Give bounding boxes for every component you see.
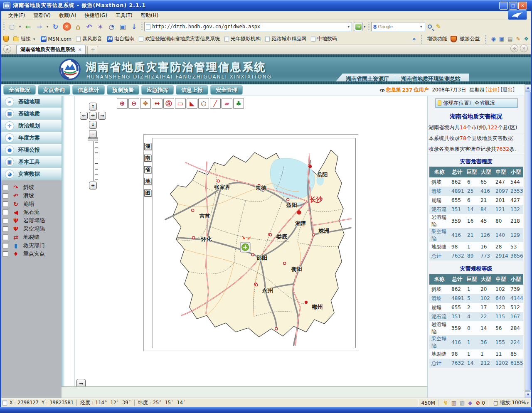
checkbox-karst-collapse[interactable] <box>2 218 8 224</box>
city-dot-yiyang[interactable] <box>287 198 289 201</box>
city-dot-hengyang[interactable] <box>283 262 286 265</box>
full-extent-tool-button[interactable]: Ⓢ <box>163 98 174 109</box>
pan-down-button[interactable]: ↓ <box>89 121 97 129</box>
tab-emergency-command[interactable]: 应急指挥 <box>141 85 174 95</box>
menu-item-5[interactable]: 帮助(H) <box>137 11 163 20</box>
filter-wand-button[interactable]: ✶ <box>95 21 106 32</box>
link-item-4[interactable]: 光年摄影机构 <box>224 35 261 42</box>
resize-icon[interactable]: ▢ <box>493 400 498 406</box>
tab-settings-wrench-icon[interactable]: ✛ <box>510 44 518 52</box>
checkbox-rescue-dept[interactable] <box>2 243 8 248</box>
zoom-out-step-button[interactable]: − <box>89 130 97 138</box>
city-dot-huaihua[interactable] <box>192 236 195 239</box>
minimize-button[interactable]: _ <box>499 2 508 10</box>
link-item-3[interactable]: 欢迎登陆湖南省地质灾害信息系统 <box>139 35 220 42</box>
city-dot-shaoyang[interactable] <box>251 253 254 256</box>
checkbox-landslide[interactable] <box>2 193 8 199</box>
scroll-up-icon[interactable]: ▲ <box>525 84 531 91</box>
refresh-button[interactable]: ↻ <box>50 21 61 32</box>
zoom-in-step-button[interactable]: + <box>89 182 97 189</box>
city-dot-zhangjiajie[interactable] <box>217 180 219 182</box>
close-button[interactable]: ✕ <box>518 2 527 10</box>
security-shield-icon[interactable] <box>3 36 9 42</box>
city-dot-changsha[interactable] <box>297 211 301 214</box>
zoom-level[interactable]: 缩放:100% <box>500 399 526 406</box>
window-icon[interactable]: ▣ <box>499 36 504 42</box>
forward-button[interactable]: → <box>34 21 45 32</box>
favorites-star-icon[interactable]: ★ <box>3 45 11 53</box>
layer-item-landslide[interactable]: ↶滑坡 <box>0 192 62 200</box>
layer-item-rescue-dept[interactable]: ▮救灾部门 <box>0 241 62 250</box>
toolbar-grip[interactable] <box>485 34 487 44</box>
layer-tree-tool-button[interactable]: ♣ <box>233 98 244 109</box>
new-tab-button[interactable]: + <box>87 46 98 54</box>
highlight-icon[interactable]: ✎ <box>436 23 441 30</box>
plugin-button[interactable]: 增强功能 <box>427 35 447 42</box>
link-item-5[interactable]: 觅路城市精品网 <box>265 35 306 42</box>
rect-select-tool-button[interactable]: ▭ <box>175 98 186 109</box>
printer-icon[interactable]: ▥ <box>451 400 456 406</box>
toolbar-grip[interactable] <box>3 22 5 31</box>
new-window-icon[interactable]: ▨ <box>460 400 465 406</box>
org-link-land-resources[interactable]: 湖南省国土资源厅 <box>346 75 389 83</box>
link-item-6[interactable]: 中地数码 <box>311 35 337 42</box>
layer-item-slope[interactable]: ↷斜坡 <box>0 183 62 192</box>
tab-bar-close-icon[interactable]: ✕ <box>520 44 528 52</box>
search-icon[interactable] <box>428 25 432 29</box>
sidebar-item-basic-geology[interactable]: ▦基础地质 <box>0 108 62 120</box>
skin-icon[interactable]: ❖ <box>524 36 529 42</box>
menu-item-3[interactable]: 快捷组(G) <box>80 11 111 20</box>
pan-up-button[interactable]: ↑ <box>89 103 97 111</box>
toolbar-grip[interactable] <box>421 34 423 44</box>
link-item-2[interactable]: M电台指南 <box>107 35 134 42</box>
pan-tool-button[interactable]: ✥ <box>140 98 151 109</box>
address-dropdown-icon[interactable]: ▾ <box>347 25 350 29</box>
layer-item-key-sites[interactable]: ♦重点灾点 <box>0 250 62 258</box>
tab-province-overview[interactable]: 全省概况 <box>3 85 36 95</box>
locate-tool-button[interactable] <box>240 242 250 252</box>
city-dot-yueyang[interactable] <box>309 165 311 168</box>
zoom-in-tool-button[interactable]: ⊕ <box>117 98 128 109</box>
tab-info-stats[interactable]: 信息统计 <box>72 85 105 95</box>
pan-right-button[interactable]: → <box>98 112 106 120</box>
city-dot-jishou[interactable] <box>192 209 194 211</box>
sidebar-item-prevention-plan[interactable]: ✛防治规划 <box>0 120 62 132</box>
menu-item-0[interactable]: 文件(F) <box>4 11 29 20</box>
tab-site-query[interactable]: 灾点查询 <box>38 85 70 95</box>
menu-item-4[interactable]: 工具(T) <box>111 11 137 20</box>
brush-icon[interactable]: ✎ <box>516 36 520 42</box>
zoom-dropdown-icon[interactable]: ▾ <box>526 401 530 405</box>
layer-item-debris-flow[interactable]: ◀泥石流 <box>0 208 62 216</box>
checkbox-collapse[interactable] <box>2 201 8 207</box>
link-item-0[interactable]: MMSN.com <box>41 36 71 42</box>
layer-item-ground-fissure[interactable]: ⇄地裂缝 <box>0 233 62 241</box>
download-button[interactable]: ↓ <box>128 21 140 32</box>
link-item-1[interactable]: 暴风影音 <box>76 35 102 42</box>
pan-center-button[interactable]: ✛ <box>89 112 97 120</box>
sidebar-item-annual-plan[interactable]: ◆年度方案 <box>0 132 62 144</box>
city-dot-zhuzhou[interactable] <box>312 234 315 236</box>
user-icon[interactable]: ◉ <box>491 36 496 42</box>
boost-icon[interactable]: ↯ <box>443 400 448 406</box>
go-dropdown-icon[interactable]: ▾ <box>363 25 367 29</box>
checkbox-mined-collapse[interactable] <box>2 226 8 232</box>
panel-splitter[interactable] <box>62 96 64 386</box>
circle-select-tool-button[interactable]: ○ <box>198 98 209 109</box>
new-page-button[interactable]: ▢ <box>6 21 17 32</box>
capture-button[interactable]: ▣ <box>117 21 128 32</box>
logout-link[interactable]: [注销] <box>485 86 499 93</box>
exit-link[interactable]: [退出] <box>501 86 515 93</box>
tab-close-icon[interactable]: ✕ <box>78 47 81 52</box>
checkbox-debris-flow[interactable] <box>2 209 8 215</box>
charity-button[interactable]: 傲游公益 <box>460 35 480 42</box>
measure-tool-button[interactable]: ↔ <box>152 98 163 109</box>
layer-item-mined-collapse[interactable]: Ψ采空塌陷 <box>0 225 62 233</box>
sidebar-item-basic-geography[interactable]: »基础地理 <box>0 96 62 108</box>
home-button[interactable]: ⌂ <box>72 21 84 32</box>
poly-select-tool-button[interactable]: ◣ <box>187 98 197 109</box>
hunan-map[interactable]: 张家界常德岳阳益阳长沙吉首湘潭株洲怀化娄底邵阳衡阳永州郴州 <box>153 138 356 348</box>
checkbox-ground-fissure[interactable] <box>2 234 8 240</box>
city-dot-yongzhou[interactable] <box>255 284 258 286</box>
eraser-tool-button[interactable]: ▰ <box>222 98 232 109</box>
cleaner-icon[interactable]: ◆ <box>468 400 472 406</box>
